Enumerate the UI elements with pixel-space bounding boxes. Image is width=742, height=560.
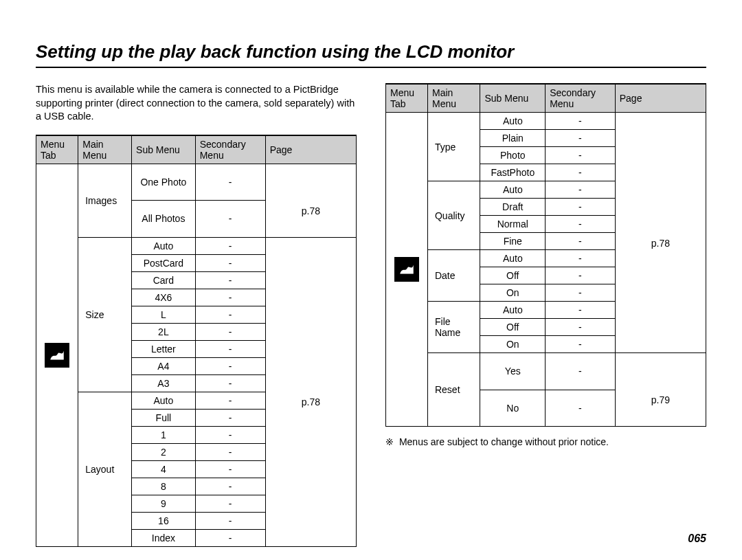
secondary-menu-cell: - <box>195 271 265 289</box>
footnote: ※ Menus are subject to change without pr… <box>385 436 706 447</box>
main-menu-cell: Quality <box>427 181 480 250</box>
page-ref-cell: p.78 <box>265 237 356 546</box>
sub-menu-cell: PostCard <box>132 254 196 271</box>
note-symbol-icon: ※ <box>385 436 394 447</box>
sub-menu-cell: Fine <box>480 233 546 250</box>
secondary-menu-cell: - <box>195 323 265 340</box>
sub-menu-cell: Auto <box>480 113 546 130</box>
secondary-menu-cell: - <box>546 233 616 250</box>
th-main-menu: Main Menu <box>427 84 480 113</box>
secondary-menu-cell: - <box>195 443 265 460</box>
secondary-menu-cell: - <box>195 201 265 238</box>
note-text: Menus are subject to change without prio… <box>399 436 609 447</box>
page-number: 065 <box>688 533 706 545</box>
sub-menu-cell: 16 <box>132 512 196 529</box>
main-menu-cell: Images <box>78 164 132 237</box>
sub-menu-cell: One Photo <box>132 164 196 201</box>
sub-menu-cell: On <box>480 336 546 353</box>
secondary-menu-cell: - <box>546 250 616 267</box>
secondary-menu-cell: - <box>546 113 616 130</box>
page-ref-cell: p.78 <box>265 164 356 237</box>
sub-menu-cell: 4 <box>132 460 196 478</box>
secondary-menu-cell: - <box>546 353 616 390</box>
secondary-menu-cell: - <box>195 237 265 254</box>
menu-tab-icon-cell <box>36 164 78 546</box>
menu-tab-icon-cell <box>386 113 428 427</box>
main-menu-cell: Date <box>427 250 480 302</box>
pictbridge-icon <box>394 257 419 282</box>
sub-menu-cell: A3 <box>132 374 196 392</box>
secondary-menu-cell: - <box>195 374 265 392</box>
sub-menu-cell: No <box>480 390 546 427</box>
secondary-menu-cell: - <box>546 147 616 164</box>
secondary-menu-cell: - <box>546 130 616 147</box>
sub-menu-cell: Index <box>132 529 196 546</box>
secondary-menu-cell: - <box>546 302 616 319</box>
secondary-menu-cell: - <box>195 357 265 374</box>
right-menu-table: Menu Tab Main Menu Sub Menu Secondary Me… <box>385 83 706 427</box>
secondary-menu-cell: - <box>195 478 265 495</box>
sub-menu-cell: Full <box>132 409 196 426</box>
sub-menu-cell: 2 <box>132 443 196 460</box>
page-ref-cell: p.79 <box>615 353 706 427</box>
sub-menu-cell: Auto <box>480 181 546 199</box>
secondary-menu-cell: - <box>546 199 616 216</box>
th-secondary-menu: Secondary Menu <box>546 84 616 113</box>
main-menu-cell: Size <box>78 237 132 392</box>
sub-menu-cell: A4 <box>132 357 196 374</box>
page-title: Setting up the play back function using … <box>36 41 706 68</box>
page-ref-cell: p.78 <box>615 113 706 353</box>
secondary-menu-cell: - <box>195 254 265 271</box>
sub-menu-cell: 1 <box>132 426 196 443</box>
th-sub-menu: Sub Menu <box>480 84 546 113</box>
secondary-menu-cell: - <box>195 512 265 529</box>
sub-menu-cell: Auto <box>132 392 196 409</box>
sub-menu-cell: 4X6 <box>132 289 196 306</box>
th-page: Page <box>265 135 356 164</box>
sub-menu-cell: FastPhoto <box>480 164 546 181</box>
sub-menu-cell: L <box>132 306 196 323</box>
sub-menu-cell: Auto <box>132 237 196 254</box>
sub-menu-cell: Auto <box>480 302 546 319</box>
sub-menu-cell: Draft <box>480 199 546 216</box>
left-menu-table: Menu Tab Main Menu Sub Menu Secondary Me… <box>36 135 357 547</box>
th-secondary-menu: Secondary Menu <box>195 135 265 164</box>
secondary-menu-cell: - <box>195 409 265 426</box>
main-menu-cell: Reset <box>427 353 480 427</box>
sub-menu-cell: All Photos <box>132 201 196 238</box>
sub-menu-cell: Letter <box>132 340 196 357</box>
secondary-menu-cell: - <box>546 336 616 353</box>
main-menu-cell: Type <box>427 113 480 181</box>
sub-menu-cell: Yes <box>480 353 546 390</box>
right-column: Menu Tab Main Menu Sub Menu Secondary Me… <box>385 83 706 547</box>
secondary-menu-cell: - <box>195 529 265 546</box>
sub-menu-cell: Off <box>480 319 546 336</box>
sub-menu-cell: Off <box>480 267 546 284</box>
intro-text: This menu is available while the camera … <box>36 83 357 124</box>
secondary-menu-cell: - <box>546 390 616 427</box>
left-column: This menu is available while the camera … <box>36 83 357 547</box>
sub-menu-cell: 2L <box>132 323 196 340</box>
sub-menu-cell: Card <box>132 271 196 289</box>
main-menu-cell: Layout <box>78 392 132 546</box>
main-menu-cell: File Name <box>427 302 480 353</box>
sub-menu-cell: Normal <box>480 216 546 233</box>
th-page: Page <box>615 84 706 113</box>
th-menu-tab: Menu Tab <box>36 135 78 164</box>
secondary-menu-cell: - <box>195 495 265 512</box>
sub-menu-cell: 8 <box>132 478 196 495</box>
secondary-menu-cell: - <box>546 284 616 302</box>
sub-menu-cell: On <box>480 284 546 302</box>
secondary-menu-cell: - <box>195 392 265 409</box>
th-main-menu: Main Menu <box>78 135 132 164</box>
sub-menu-cell: Photo <box>480 147 546 164</box>
sub-menu-cell: Auto <box>480 250 546 267</box>
secondary-menu-cell: - <box>195 289 265 306</box>
sub-menu-cell: 9 <box>132 495 196 512</box>
secondary-menu-cell: - <box>195 164 265 201</box>
secondary-menu-cell: - <box>195 460 265 478</box>
secondary-menu-cell: - <box>546 267 616 284</box>
secondary-menu-cell: - <box>546 164 616 181</box>
pictbridge-icon <box>45 343 69 368</box>
secondary-menu-cell: - <box>195 340 265 357</box>
